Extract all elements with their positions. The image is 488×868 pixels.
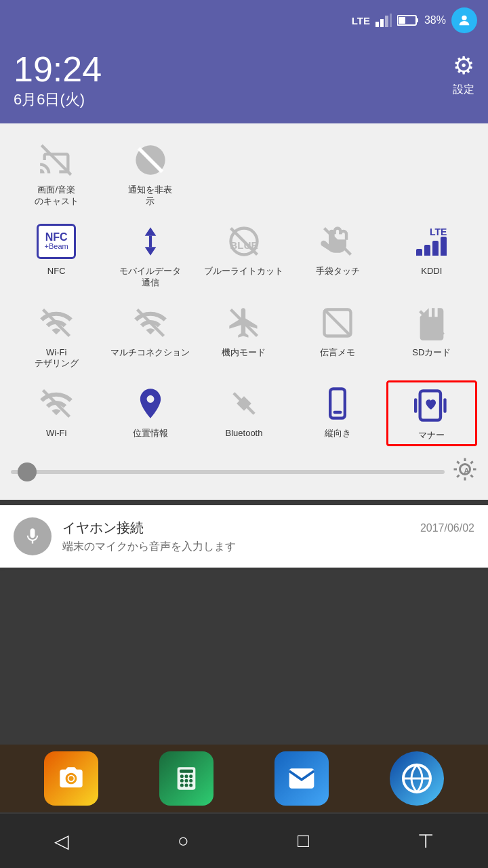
svg-line-37: [470, 462, 472, 464]
notification-body: 端末のマイクから音声を入力します: [62, 540, 474, 554]
gear-icon: ⚙: [453, 52, 474, 80]
lte-label: LTE: [352, 15, 370, 26]
svg-point-43: [189, 774, 192, 778]
svg-point-7: [462, 16, 466, 20]
avatar[interactable]: [451, 7, 477, 33]
qs-item-location[interactable]: 位置情報: [104, 380, 195, 446]
multi-conn-label: マルチコネクション: [110, 347, 190, 359]
sd-label: SDカード: [412, 347, 451, 359]
svg-rect-5: [416, 18, 418, 22]
status-bar: LTE 38%: [0, 0, 488, 41]
signal-icon: [375, 14, 392, 27]
quick-settings-panel: 画面/音楽のキャスト 通知を非表示 NFC +Beam NF: [0, 123, 488, 500]
multi-conn-icon: [133, 305, 168, 340]
qs-item-manner[interactable]: マナー: [386, 380, 477, 446]
notification-header: イヤホン接続 2017/06/02: [62, 519, 474, 537]
svg-line-36: [457, 475, 459, 477]
qs-item-portrait[interactable]: 縦向き: [292, 380, 383, 446]
qs-item-kddi[interactable]: LTE KDDI: [386, 218, 477, 292]
svg-rect-3: [390, 14, 392, 27]
notification-time: 2017/06/02: [420, 522, 474, 534]
kddi-icon: LTE: [416, 227, 447, 256]
wifi-label: Wi-Fi: [46, 428, 66, 439]
airplane-icon: [226, 305, 262, 340]
recents-button[interactable]: □: [277, 823, 329, 859]
svg-rect-1: [380, 19, 384, 27]
time-block: 19:24 6月6日(火): [14, 52, 102, 110]
qs-item-airplane[interactable]: 機内モード: [199, 300, 289, 373]
back-button[interactable]: ◁: [34, 823, 89, 859]
mobile-data-icon: [134, 224, 167, 258]
sd-icon: [414, 305, 449, 340]
dengen-icon: [320, 305, 355, 340]
app-dock: [0, 745, 488, 812]
status-icons: LTE 38%: [352, 7, 477, 33]
svg-rect-0: [375, 22, 379, 27]
portrait-label: 縦向き: [325, 428, 351, 439]
extra-button[interactable]: ⊤: [397, 823, 454, 859]
blue-light-label: ブルーライトカット: [204, 266, 283, 277]
cast-icon: [39, 142, 74, 178]
svg-point-45: [185, 779, 188, 783]
notification-card[interactable]: イヤホン接続 2017/06/02 端末のマイクから音声を入力します: [0, 505, 488, 568]
nfc-label: NFC: [47, 266, 66, 277]
wifi-tether-label: Wi-Fiテザリング: [35, 347, 79, 370]
home-button[interactable]: ○: [157, 823, 209, 859]
nav-bar: ◁ ○ □ ⊤: [0, 814, 488, 868]
qs-item-wifi[interactable]: Wi-Fi: [11, 380, 102, 446]
svg-point-42: [185, 774, 188, 778]
wifi-icon: [39, 386, 74, 421]
qs-item-dnd[interactable]: 通知を非表示: [104, 137, 195, 210]
notification-icon: [14, 517, 52, 555]
svg-rect-6: [399, 17, 405, 24]
nfc-icon: NFC +Beam: [37, 224, 76, 259]
brightness-thumb[interactable]: [18, 462, 37, 481]
svg-point-44: [180, 779, 184, 783]
auto-brightness-icon[interactable]: A: [453, 457, 477, 486]
qs-item-nfc[interactable]: NFC +Beam NFC: [11, 218, 102, 292]
svg-line-34: [457, 462, 459, 464]
bluetooth-label: Bluetooth: [226, 428, 263, 439]
cast-label: 画面/音楽のキャスト: [35, 184, 79, 208]
qs-item-sd[interactable]: SDカード: [386, 300, 477, 373]
settings-button[interactable]: ⚙ 設定: [453, 52, 474, 97]
date: 6月6日(火): [14, 90, 102, 110]
svg-line-20: [325, 309, 351, 336]
qs-item-wifi-tether[interactable]: Wi-Fiテザリング: [11, 300, 102, 373]
svg-line-35: [470, 475, 472, 477]
qs-item-blue-light[interactable]: BLUE ブルーライトカット: [199, 218, 289, 292]
mail-app-icon[interactable]: [274, 751, 329, 806]
manner-label: マナー: [418, 430, 445, 441]
browser-app-icon[interactable]: [390, 751, 444, 806]
svg-point-49: [189, 784, 192, 787]
header: 19:24 6月6日(火) ⚙ 設定: [0, 41, 488, 123]
location-label: 位置情報: [133, 428, 168, 439]
battery-icon: [397, 14, 419, 26]
svg-rect-24: [331, 389, 346, 418]
notification-title: イヤホン接続: [62, 519, 144, 537]
phone-app-icon[interactable]: [159, 751, 214, 806]
glove-label: 手袋タッチ: [316, 266, 360, 277]
svg-point-47: [180, 784, 184, 787]
qs-item-bluetooth[interactable]: Bluetooth: [199, 380, 289, 446]
notification-content: イヤホン接続 2017/06/02 端末のマイクから音声を入力します: [62, 519, 474, 554]
svg-rect-40: [180, 770, 193, 773]
svg-point-48: [185, 784, 188, 787]
qs-item-cast[interactable]: 画面/音楽のキャスト: [11, 137, 102, 210]
camera-app-icon[interactable]: [44, 751, 98, 806]
settings-label: 設定: [453, 83, 474, 97]
location-icon: [133, 386, 168, 421]
svg-point-41: [180, 774, 184, 778]
glove-icon: [320, 224, 355, 259]
qs-item-glove-touch[interactable]: 手袋タッチ: [292, 218, 383, 292]
qs-item-mobile-data[interactable]: モバイルデータ通信: [104, 218, 195, 292]
portrait-icon: [320, 386, 355, 421]
clock: 19:24: [14, 52, 102, 87]
kddi-label: KDDI: [421, 266, 442, 277]
brightness-slider[interactable]: [11, 470, 445, 474]
qs-item-multi-conn[interactable]: マルチコネクション: [104, 300, 195, 373]
qs-item-dengen[interactable]: 伝言メモ: [292, 300, 383, 373]
svg-point-46: [189, 779, 192, 783]
mobile-data-label: モバイルデータ通信: [119, 266, 181, 289]
blue-light-icon: BLUE: [226, 224, 262, 259]
